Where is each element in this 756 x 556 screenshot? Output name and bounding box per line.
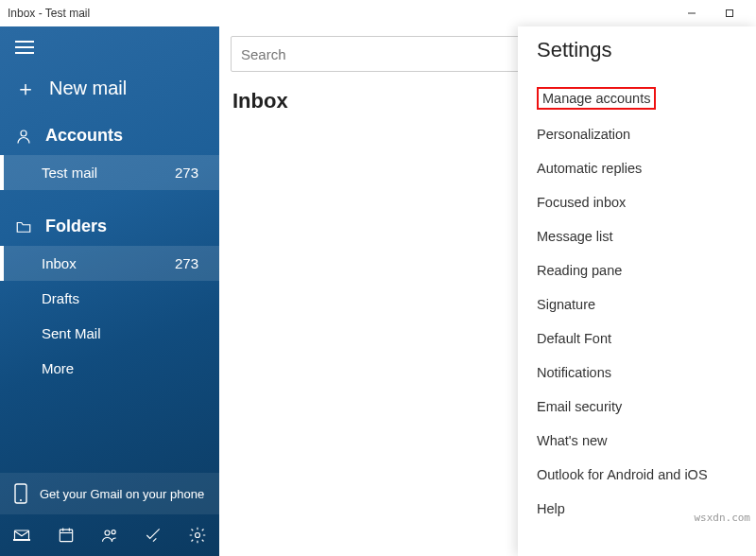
setting-manage-accounts[interactable]: Manage accounts [537,87,656,110]
settings-panel: Settings Manage accounts Personalization… [518,26,756,556]
calendar-icon [57,526,76,545]
svg-point-13 [105,530,110,535]
new-mail-button[interactable]: ＋ New mail [0,68,219,116]
people-icon [100,526,119,545]
promo-banner[interactable]: Get your Gmail on your phone [0,473,219,514]
setting-default-font[interactable]: Default Font [537,321,737,356]
plus-icon: ＋ [15,78,36,99]
settings-title: Settings [537,38,737,62]
setting-personalization[interactable]: Personalization [537,117,737,151]
sidebar: ＋ New mail Accounts Test mail 273 Folder… [0,26,219,556]
mail-icon [12,526,31,545]
setting-signature[interactable]: Signature [537,287,737,321]
setting-message-list[interactable]: Message list [537,219,737,253]
svg-point-15 [195,533,199,538]
minimize-button[interactable] [673,3,711,24]
nav-mail[interactable] [0,526,43,545]
nav-calendar[interactable] [43,526,87,545]
account-name: Test mail [42,165,175,181]
folders-label: Folders [45,217,107,236]
folders-section[interactable]: Folders [0,207,219,246]
folder-drafts[interactable]: Drafts [0,281,219,316]
folder-label: More [42,360,204,376]
accounts-section[interactable]: Accounts [0,116,219,155]
watermark: wsxdn.com [694,512,750,524]
promo-text: Get your Gmail on your phone [40,487,204,501]
person-icon [15,128,32,145]
svg-point-7 [20,499,22,501]
folder-label: Drafts [42,290,204,306]
maximize-button[interactable] [711,3,748,24]
svg-rect-1 [727,10,733,17]
window-title: Inbox - Test mail [8,7,90,20]
folder-sent[interactable]: Sent Mail [0,316,219,351]
account-count: 273 [175,165,204,181]
svg-point-5 [21,130,26,136]
setting-notifications[interactable]: Notifications [537,356,737,390]
nav-todo[interactable] [131,526,175,545]
check-icon [144,526,163,545]
folder-inbox[interactable]: Inbox 273 [0,246,219,281]
nav-people[interactable] [88,526,131,545]
svg-rect-9 [60,530,72,542]
search-placeholder: Search [241,46,286,62]
folder-icon [15,218,32,235]
setting-automatic-replies[interactable]: Automatic replies [537,151,737,185]
account-item[interactable]: Test mail 273 [0,155,219,190]
new-mail-label: New mail [49,78,127,99]
setting-outlook-mobile[interactable]: Outlook for Android and iOS [537,458,737,492]
accounts-label: Accounts [45,126,123,146]
setting-whats-new[interactable]: What's new [537,424,737,458]
bottom-nav [0,514,219,556]
folder-label: Sent Mail [42,325,204,341]
setting-email-security[interactable]: Email security [537,390,737,424]
svg-rect-8 [15,530,29,540]
phone-icon [13,482,28,505]
title-bar: Inbox - Test mail [0,0,756,26]
setting-focused-inbox[interactable]: Focused inbox [537,185,737,219]
folder-more[interactable]: More [0,351,219,386]
folder-count: 273 [175,255,204,271]
setting-reading-pane[interactable]: Reading pane [537,253,737,287]
nav-settings[interactable] [176,526,219,545]
folder-label: Inbox [42,255,175,271]
hamburger-menu[interactable] [0,26,219,68]
gear-icon [188,526,207,545]
svg-point-14 [112,530,115,534]
